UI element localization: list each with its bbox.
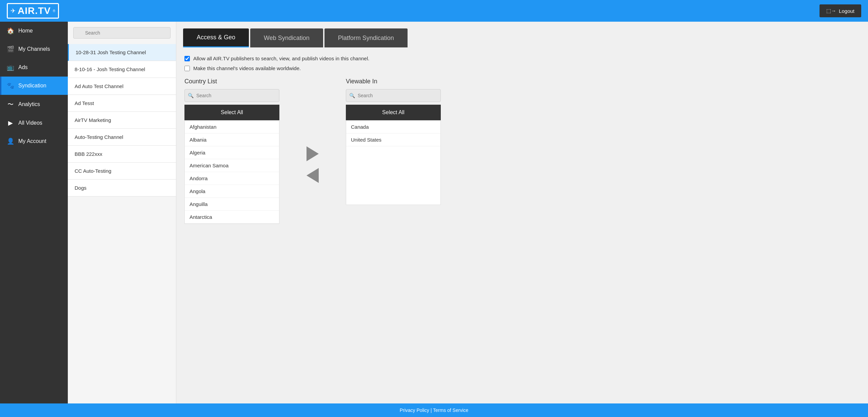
channel-search-wrapper: 🔍: [73, 27, 171, 39]
country-item[interactable]: Antarctica: [185, 211, 279, 224]
viewable-in-list: Canada United States: [346, 120, 441, 205]
country-item[interactable]: Andorra: [185, 172, 279, 185]
logo-text: AIR.TV: [18, 5, 51, 16]
sidebar-label-analytics: Analytics: [18, 101, 40, 107]
sidebar-item-all-videos[interactable]: ▶ All Videos: [0, 114, 68, 132]
sidebar-label-channels: My Channels: [18, 46, 50, 52]
sidebar-item-my-channels[interactable]: 🎬 My Channels: [0, 40, 68, 58]
viewable-search-icon: 🔍: [349, 93, 355, 98]
arrow-right-icon: [307, 146, 319, 161]
channel-name: Ad Auto Test Channel: [75, 83, 123, 89]
move-left-button[interactable]: [307, 168, 319, 183]
sidebar-label-home: Home: [18, 28, 33, 34]
logo-icon: ✈: [11, 7, 16, 15]
country-item[interactable]: Anguilla: [185, 198, 279, 211]
logout-label: Logout: [839, 8, 854, 14]
arrow-left-icon: [307, 168, 319, 183]
worldwide-checkbox[interactable]: [184, 66, 190, 71]
home-icon: 🏠: [7, 27, 14, 35]
channel-item[interactable]: Ad Tesst: [68, 95, 176, 112]
terms-of-service-link[interactable]: Terms of Service: [433, 408, 468, 413]
tab-web-syndication[interactable]: Web Syndication: [250, 28, 323, 47]
allow-publishers-label: Allow all AIR.TV publishers to search, v…: [193, 56, 369, 61]
access-geo-panel: Allow all AIR.TV publishers to search, v…: [176, 47, 868, 403]
country-list-title: Country List: [184, 78, 279, 85]
all-videos-icon: ▶: [7, 119, 14, 127]
viewable-search-wrapper: 🔍: [346, 89, 441, 102]
channel-name: 8-10-16 - Josh Testing Channel: [75, 66, 145, 72]
viewable-item[interactable]: Canada: [346, 121, 440, 133]
country-select-all-label: Select All: [221, 109, 243, 115]
allow-publishers-checkbox[interactable]: [184, 56, 190, 61]
sidebar: 🏠 Home 🎬 My Channels 📺 Ads 🐾 Syndication…: [0, 22, 68, 403]
channel-name: CC Auto-Testing: [75, 168, 111, 174]
channel-item[interactable]: CC Auto-Testing: [68, 163, 176, 180]
country-list-column: Country List 🔍 Select All Afghanistan Al…: [184, 78, 279, 224]
logout-button[interactable]: ⬚→ Logout: [820, 4, 861, 17]
viewable-item[interactable]: United States: [346, 133, 440, 146]
country-list: Afghanistan Albania Algeria American Sam…: [184, 120, 279, 224]
country-item[interactable]: Algeria: [185, 146, 279, 159]
privacy-policy-link[interactable]: Privacy Policy: [400, 408, 429, 413]
channel-item[interactable]: 10-28-31 Josh Testing Channel: [68, 44, 176, 61]
syndication-icon: 🐾: [7, 82, 14, 89]
tab-platform-syndication[interactable]: Platform Syndication: [324, 28, 408, 47]
lists-container: Country List 🔍 Select All Afghanistan Al…: [184, 78, 860, 224]
transfer-arrows: [307, 78, 319, 224]
channel-item[interactable]: Auto-Testing Channel: [68, 129, 176, 146]
footer-separator: |: [431, 408, 433, 413]
channel-search-container: 🔍: [68, 22, 176, 44]
content-area: Access & Geo Web Syndication Platform Sy…: [176, 22, 868, 403]
viewable-select-all-label: Select All: [382, 109, 405, 115]
logo-registered: ®: [53, 9, 55, 13]
checkbox-row-2: Make this channel's videos available wor…: [184, 65, 860, 71]
header: ✈ AIR.TV® ⬚→ Logout: [0, 0, 868, 22]
checkbox-row-1: Allow all AIR.TV publishers to search, v…: [184, 56, 860, 61]
account-icon: 👤: [7, 138, 14, 145]
viewable-in-title: Viewable In: [346, 78, 441, 85]
channel-item[interactable]: AirTV Marketing: [68, 112, 176, 129]
country-search-input[interactable]: [184, 89, 279, 102]
channel-name: Auto-Testing Channel: [75, 134, 123, 140]
tab-bar: Access & Geo Web Syndication Platform Sy…: [176, 22, 868, 47]
sidebar-label-all-videos: All Videos: [18, 120, 42, 126]
sidebar-item-syndication[interactable]: 🐾 Syndication: [0, 77, 68, 95]
footer: Privacy Policy | Terms of Service: [0, 403, 868, 417]
sidebar-label-syndication: Syndication: [18, 83, 46, 89]
viewable-search-input[interactable]: [346, 89, 441, 102]
analytics-icon: 〜: [7, 100, 14, 108]
viewable-select-all-button[interactable]: Select All: [346, 105, 441, 120]
country-item[interactable]: Afghanistan: [185, 121, 279, 133]
tab-access-geo[interactable]: Access & Geo: [183, 28, 249, 47]
country-select-all-button[interactable]: Select All: [184, 105, 279, 120]
country-search-icon: 🔍: [188, 93, 194, 98]
sidebar-item-analytics[interactable]: 〜 Analytics: [0, 95, 68, 114]
country-item[interactable]: Albania: [185, 133, 279, 146]
sidebar-item-ads[interactable]: 📺 Ads: [0, 58, 68, 77]
channel-list: 10-28-31 Josh Testing Channel 8-10-16 - …: [68, 44, 176, 403]
channel-name: Ad Tesst: [75, 100, 94, 106]
channel-item[interactable]: Ad Auto Test Channel: [68, 78, 176, 95]
channel-item[interactable]: Dogs: [68, 180, 176, 196]
tab-platform-syndication-label: Platform Syndication: [338, 35, 394, 41]
country-item[interactable]: Angola: [185, 185, 279, 198]
move-right-button[interactable]: [307, 146, 319, 161]
channel-name: AirTV Marketing: [75, 117, 111, 123]
channel-name: BBB 222xxx: [75, 151, 102, 157]
logout-icon: ⬚→: [826, 8, 836, 14]
channel-name: 10-28-31 Josh Testing Channel: [76, 49, 146, 55]
channel-panel: 🔍 10-28-31 Josh Testing Channel 8-10-16 …: [68, 22, 176, 403]
sidebar-label-ads: Ads: [18, 64, 28, 70]
worldwide-label: Make this channel's videos available wor…: [193, 65, 301, 71]
country-search-wrapper: 🔍: [184, 89, 279, 102]
ads-icon: 📺: [7, 64, 14, 71]
sidebar-item-home[interactable]: 🏠 Home: [0, 22, 68, 40]
channel-search-input[interactable]: [73, 27, 171, 39]
channel-name: Dogs: [75, 185, 86, 191]
tab-access-geo-label: Access & Geo: [197, 34, 235, 41]
channel-item[interactable]: 8-10-16 - Josh Testing Channel: [68, 61, 176, 78]
sidebar-item-my-account[interactable]: 👤 My Account: [0, 132, 68, 150]
channel-item[interactable]: BBB 222xxx: [68, 146, 176, 163]
country-item[interactable]: American Samoa: [185, 159, 279, 172]
tab-web-syndication-label: Web Syndication: [264, 35, 310, 41]
